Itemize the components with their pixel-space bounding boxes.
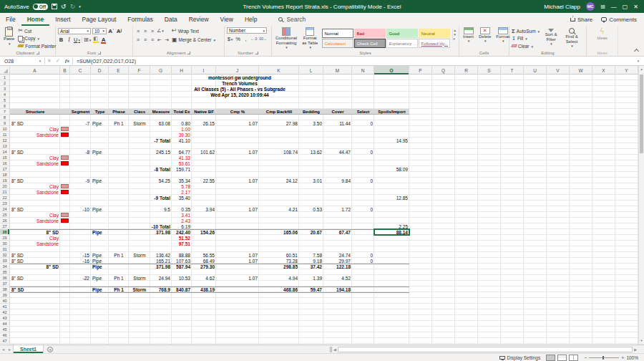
cell-G22[interactable]: -9 Total [150,195,172,201]
display-settings-button[interactable]: Display Settings [499,355,541,360]
col-header-U[interactable]: U [524,66,547,74]
col-header-P[interactable]: P [409,66,432,74]
underline-button[interactable]: U [74,37,80,43]
worksheet-grid[interactable]: montessori gw undergroundTrench VolumesA… [0,74,638,345]
cell-L9[interactable]: 3.50 [299,120,323,126]
autosum-button[interactable]: ΣAutoSum [512,27,540,35]
col-header-Q[interactable]: Q [432,66,455,74]
cell-style-check-cell[interactable]: Check Cell [354,39,386,48]
ideas-button[interactable]: ϟIdeas [595,27,609,40]
cell-A16[interactable]: Sandstone [10,160,60,166]
cell-D33[interactable]: Pipe [91,258,109,264]
row-header-13[interactable]: 13 [0,143,10,149]
cell-style-calculation[interactable]: Calculation [322,39,353,48]
col-header-I[interactable]: I [192,66,216,74]
cell-K28[interactable]: 165.06 [259,229,299,235]
cell-F38[interactable]: Storm [129,287,150,292]
row-header-29[interactable]: 29 [0,235,10,241]
align-left-icon[interactable]: ≡ [135,37,141,42]
cell-D36[interactable]: Pipe [91,275,109,281]
row-header-19[interactable]: 19 [0,178,10,183]
percent-format-icon[interactable]: % [235,36,241,42]
row-header-37[interactable]: 37 [0,281,10,287]
cell-L34[interactable]: 37.42 [299,264,323,269]
cell-G17[interactable]: -8 Total [150,166,172,172]
cell-A19[interactable]: 8" SD [10,178,60,183]
horizontal-scrollbar[interactable]: ◀ ▶ [332,346,638,353]
row-header-46[interactable]: 46 [0,332,10,338]
col-header-W[interactable]: W [570,66,592,74]
cell-E7[interactable]: Phase [109,109,129,115]
find-select-button[interactable]: Find & Select [562,27,581,49]
cell-A38[interactable]: 8" SD [10,287,60,292]
cell-A32[interactable]: 8" SD [10,252,60,258]
cell-C19[interactable]: -9 [70,178,91,183]
cell-style-bad[interactable]: Bad [354,29,386,38]
cell-I9[interactable]: 26.15 [192,120,216,126]
name-box-dropdown-icon[interactable]: ▾ [36,59,44,63]
cell-C36[interactable]: -22 [70,275,91,281]
cell-E38[interactable]: Ph 1 [109,287,129,292]
cell-H7[interactable]: Total Ex [172,109,192,115]
cell-I28[interactable]: 154.26 [192,229,216,235]
cell-G36[interactable]: 24.94 [150,275,172,281]
cell-M36[interactable]: 4.52 [323,275,352,281]
row-header-36[interactable]: 36 [0,275,10,281]
cell-M38[interactable]: 194.18 [323,287,352,292]
menu-tab-formulas[interactable]: Formulas [122,13,158,26]
orientation-icon[interactable]: ∠ [157,28,162,34]
cell-C33[interactable]: -16 [70,258,91,264]
cell-J24[interactable]: 1.07 [216,206,259,212]
cell-L32[interactable]: 7.58 [299,252,323,258]
share-button[interactable]: Share [570,16,592,23]
cell-A25[interactable]: Clay [10,212,60,218]
cell-J19[interactable]: 1.07 [216,178,259,183]
cell-A10[interactable]: Clay [10,126,60,132]
col-header-R[interactable]: R [455,66,478,74]
format-painter-button[interactable]: Format Painter [18,42,56,50]
cell-K7[interactable]: Cmp Backfill [259,109,299,115]
cell-G7[interactable]: Measure [150,109,172,115]
decrease-decimal-icon[interactable]: .00→ [258,37,267,41]
redo-icon[interactable]: ↻ [70,4,76,10]
borders-icon[interactable]: ⊞ [84,37,91,43]
row-header-35[interactable]: 35 [0,269,10,275]
row-header-24[interactable]: 24 [0,206,10,212]
gallery-more-icon[interactable]: ▾ [454,37,457,41]
cell-C24[interactable]: -10 [70,206,91,212]
next-sheet-icon[interactable]: ▸ [6,347,13,352]
cell-G14[interactable]: 245.15 [150,149,172,155]
row-header-4[interactable]: 4 [0,92,10,97]
row-header-15[interactable]: 15 [0,155,10,160]
cell-L14[interactable]: 13.62 [299,149,323,155]
col-header-N[interactable]: N [352,66,374,74]
row-header-42[interactable]: 42 [0,309,10,315]
cell-H32[interactable]: 88.88 [172,252,192,258]
cell-G19[interactable]: 54.25 [150,178,172,183]
row-header-43[interactable]: 43 [0,315,10,321]
row-header-31[interactable]: 31 [0,246,10,252]
increase-indent-icon[interactable]: ⇥ [164,37,170,43]
cell-I33[interactable]: 68.49 [192,258,216,264]
cell-K14[interactable]: 108.74 [259,149,299,155]
fill-color-icon[interactable] [92,37,99,42]
cell-L38[interactable]: 59.47 [299,287,323,292]
cell-L28[interactable]: 20.67 [299,229,323,235]
cell-H24[interactable]: 0.35 [172,206,192,212]
gallery-up-icon[interactable]: ▲ [454,29,457,32]
menu-tab-help[interactable]: Help [239,13,263,26]
search-box[interactable]: Search [278,16,306,23]
currency-format-icon[interactable]: $ [227,36,233,42]
cell-E36[interactable]: Ph 1 [109,275,129,281]
cell-style-explanatory[interactable]: Explanatory ... [386,39,418,48]
font-name-select[interactable]: Arial [58,28,91,34]
cell-A26[interactable]: Sandstone [10,218,60,223]
cell-H9[interactable]: 0.80 [172,120,192,126]
cell-F7[interactable]: Class [129,109,150,115]
italic-button[interactable]: I [66,37,72,43]
cell-K9[interactable]: 27.98 [259,120,299,126]
row-header-21[interactable]: 21 [0,189,10,195]
row-header-27[interactable]: 27 [0,223,10,229]
cell-G33[interactable]: 165.21 [150,258,172,264]
cell-L33[interactable]: 9.18 [299,258,323,264]
